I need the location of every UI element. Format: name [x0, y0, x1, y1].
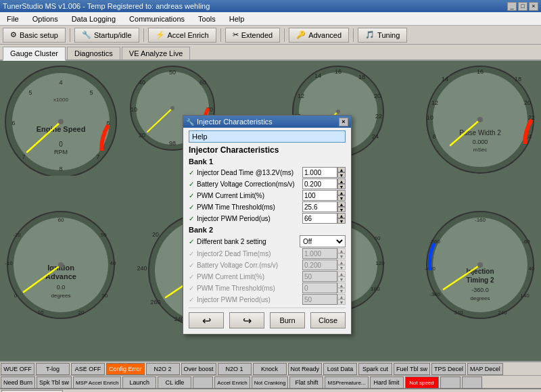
tab-diagnostics[interactable]: Diagnostics	[67, 47, 120, 59]
menu-options[interactable]: Options	[28, 14, 62, 24]
status-blank3	[462, 376, 482, 389]
bank1-dead-time-input[interactable]	[302, 167, 337, 178]
svg-text:240: 240	[137, 265, 147, 272]
status-not-ready[interactable]: Not Ready	[288, 363, 323, 375]
svg-text:-10: -10	[5, 260, 13, 266]
status-tlog[interactable]: T-log	[36, 363, 70, 375]
spinner-down[interactable]: ▼	[337, 218, 346, 224]
tuning-icon: 🎵	[365, 30, 375, 39]
extended-button[interactable]: ✂ Extended	[225, 28, 280, 43]
checkmark-icon: ✓	[189, 273, 194, 280]
status-hard-limit[interactable]: Hard limit	[370, 376, 404, 389]
status-launch[interactable]: Launch	[122, 376, 156, 389]
status-config-error[interactable]: Config Error	[106, 363, 145, 375]
svg-text:-160: -160	[475, 217, 486, 223]
status-flat-shift[interactable]: Flat shift	[289, 376, 323, 389]
spinner-down[interactable]: ▼	[337, 195, 346, 201]
svg-text:24: 24	[372, 133, 379, 140]
status-not-speed[interactable]: Not speed	[405, 376, 439, 389]
status-ase-off[interactable]: ASE OFF	[71, 363, 105, 375]
advanced-button[interactable]: 🔑 Advanced	[289, 28, 349, 43]
dialog-help-button[interactable]: Help	[189, 130, 346, 143]
status-wue-off[interactable]: WUE OFF	[1, 363, 34, 375]
bank1-voltage-corr-input[interactable]	[302, 178, 337, 189]
svg-text:x1000: x1000	[53, 97, 68, 103]
close-button[interactable]: Close	[310, 312, 346, 328]
spinner-down[interactable]: ▼	[337, 172, 346, 178]
svg-text:60: 60	[375, 235, 381, 241]
engine-speed-gauge: 4 5 6 7 8 7 6 5 x1000 Engine Speed 0 RPM	[3, 64, 118, 177]
dialog-close-button[interactable]: ×	[339, 118, 348, 126]
status-tps-decel[interactable]: TPS Decel	[431, 363, 466, 375]
status-map-decel[interactable]: MAP Decel	[467, 363, 503, 375]
accel-enrich-icon: ⚡	[156, 30, 165, 39]
status-accel-enrich[interactable]: Accel Enrich	[214, 376, 250, 389]
dialog-title: Injector Characteristics	[197, 118, 273, 126]
svg-text:50: 50	[101, 232, 107, 238]
tab-ve-analyze[interactable]: VE Analyze Live	[122, 47, 191, 59]
checkmark-icon: ✓	[189, 296, 194, 303]
spinner-up[interactable]: ▲	[337, 213, 346, 218]
spinner-up[interactable]: ▲	[337, 201, 346, 207]
bank2-different-setting-select[interactable]: Off On	[300, 235, 346, 247]
bank2-voltage-corr-input	[302, 260, 337, 270]
status-spark-cut[interactable]: Spark cut	[358, 363, 392, 375]
accel-enrich-button[interactable]: ⚡ Accel Enrich	[148, 28, 216, 43]
status-need-burn[interactable]: Need Burn	[1, 376, 35, 389]
checkmark-icon: ✓	[189, 180, 194, 188]
svg-text:Timing 2: Timing 2	[467, 276, 494, 284]
spinner-down[interactable]: ▼	[337, 207, 346, 212]
status-msp-accel[interactable]: MSP Accel Enrich	[73, 376, 121, 389]
svg-text:50: 50	[169, 69, 176, 76]
status-knock[interactable]: Knock	[253, 363, 287, 375]
startup-idle-button[interactable]: 🔧 Startup/idle	[74, 28, 139, 43]
basic-setup-button[interactable]: ⚙ Basic setup	[3, 28, 66, 43]
window-controls[interactable]: _ □ ×	[507, 2, 538, 11]
menu-data-logging[interactable]: Data Logging	[68, 14, 120, 24]
minimize-button[interactable]: _	[507, 2, 517, 11]
spinner-up: ▲	[337, 294, 346, 299]
svg-text:40: 40	[139, 79, 145, 86]
bank1-pwm-period-input[interactable]	[302, 213, 337, 224]
status-n2o1[interactable]: N2O 1	[218, 363, 252, 375]
pulse-width-2-gauge: 12 14 16 18 20 22 24 10 8 Pulse Width 2 …	[425, 64, 536, 177]
bank1-pwm-threshold-input[interactable]	[302, 201, 337, 212]
menu-communications[interactable]: Communications	[125, 14, 189, 24]
bank1-row-5: ✓ Injector PWM Period(us) ▲ ▼	[189, 213, 346, 224]
maximize-button[interactable]: □	[518, 2, 527, 11]
close-window-button[interactable]: ×	[529, 2, 538, 11]
status-msp-pre[interactable]: MSPremature...	[325, 376, 368, 389]
status-lost-data[interactable]: Lost Data	[323, 363, 357, 375]
status-not-cranking[interactable]: Not Cranking	[252, 376, 289, 389]
startup-idle-label: Startup/idle	[94, 31, 132, 39]
redo-button[interactable]: ↪	[229, 312, 264, 328]
svg-text:-60: -60	[522, 239, 530, 245]
svg-text:8: 8	[59, 166, 62, 172]
bank2-pwm-limit-input	[302, 271, 337, 282]
spinner-up[interactable]: ▲	[337, 167, 346, 172]
svg-text:Engine Speed: Engine Speed	[37, 125, 86, 133]
menubar: File Options Data Logging Communications…	[0, 12, 541, 26]
status-over-boost[interactable]: Over boost	[181, 363, 216, 375]
spinner-down[interactable]: ▼	[337, 184, 346, 189]
status-spk-tbl-sw[interactable]: Spk Tbl sw	[37, 376, 72, 389]
startup-idle-icon: 🔧	[82, 30, 91, 39]
status-cl-idle[interactable]: CL idle	[158, 376, 191, 389]
status-fuel-tbl-sw[interactable]: Fuel Tbl sw	[394, 363, 430, 375]
spinner-up[interactable]: ▲	[337, 178, 346, 184]
tab-gauge-cluster[interactable]: Gauge Cluster	[3, 47, 66, 61]
menu-help[interactable]: Help	[225, 14, 249, 24]
menu-file[interactable]: File	[3, 14, 23, 24]
svg-text:12: 12	[298, 93, 304, 99]
svg-text:-20: -20	[13, 232, 21, 238]
tuning-button[interactable]: 🎵 Tuning	[358, 28, 407, 43]
bank1-pwm-limit-input[interactable]	[302, 190, 337, 201]
burn-button[interactable]: Burn	[270, 312, 305, 328]
undo-button[interactable]: ↩	[189, 312, 224, 328]
svg-text:degrees: degrees	[471, 295, 490, 301]
checkmark-icon: ✓	[189, 215, 194, 222]
spinner-up[interactable]: ▲	[337, 190, 346, 195]
svg-text:5: 5	[28, 89, 32, 96]
status-n2o2[interactable]: N2O 2	[146, 363, 180, 375]
menu-tools[interactable]: Tools	[194, 14, 220, 24]
